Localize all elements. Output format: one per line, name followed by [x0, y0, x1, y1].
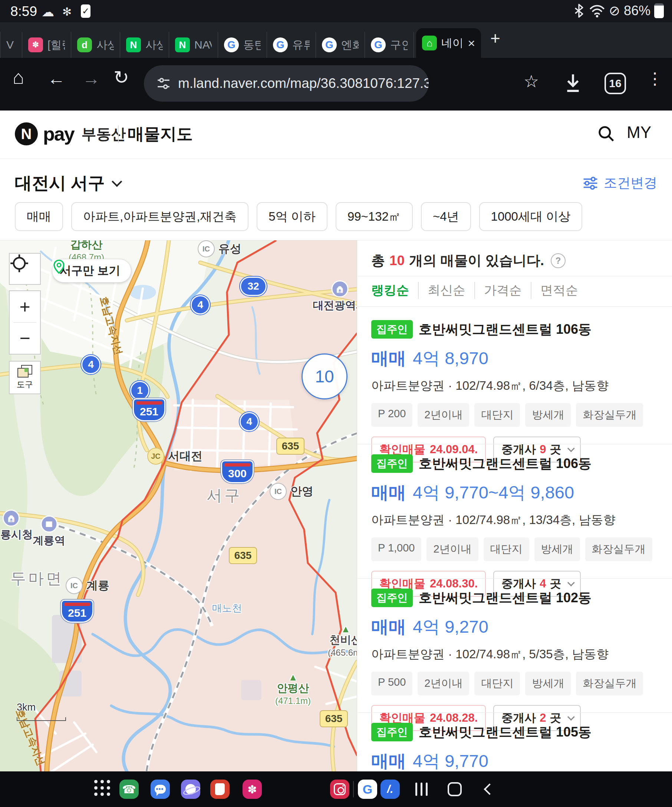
place-label: ▲안평산(471.1m): [275, 674, 311, 706]
address-bar[interactable]: m.land.naver.com/map/36.3081076:127.3824: [144, 65, 429, 101]
listing-price: 4억 9,770: [413, 749, 488, 771]
change-conditions-button[interactable]: 조건변경: [582, 174, 657, 192]
listing-card[interactable]: 집주인호반써밋그랜드센트럴 105동매매4억 9,770: [371, 723, 664, 771]
filter-chip[interactable]: 아파트,아파트분양권,재건축: [71, 202, 249, 231]
my-menu[interactable]: MY: [627, 123, 651, 142]
sort-tab[interactable]: 가격순: [475, 282, 531, 299]
pin-icon: [52, 259, 66, 274]
tab-label: 유튜브: [292, 37, 310, 53]
map-scale-label: 3km: [17, 702, 36, 713]
app-drawer[interactable]: [93, 780, 112, 799]
route-shield-4: 4: [81, 355, 101, 374]
route-shield-251: 251: [133, 398, 165, 421]
search-icon[interactable]: [596, 124, 616, 143]
listing-tag: 화장실두개: [576, 672, 643, 696]
current-location-button[interactable]: [9, 253, 41, 285]
sort-tab[interactable]: 랭킹순: [371, 282, 418, 299]
browser-menu-icon[interactable]: ⋮: [647, 69, 663, 88]
listing-card[interactable]: 집주인호반써밋그랜드센트럴 106동매매4억 9,770~4억 9,860아파트…: [371, 454, 664, 597]
browser-tab[interactable]: ✽[힐링: [22, 32, 71, 58]
browser-tab[interactable]: G엔화: [316, 32, 365, 58]
zoom-out-button[interactable]: −: [9, 323, 41, 354]
sort-tab[interactable]: 면적순: [531, 282, 587, 299]
npay-logo[interactable]: N pay 부동산: [15, 122, 126, 145]
area-name: 서구: [207, 485, 242, 506]
filter-chip-row: 매매아파트,아파트분양권,재건축5억 이하99~132㎡~4년1000세대 이상: [15, 202, 582, 231]
listing-info: 아파트분양권 · 102/74.98㎡, 5/35층, 남동향: [371, 646, 664, 663]
deal-type: 매매: [371, 615, 406, 639]
ads-app[interactable]: /.: [380, 780, 400, 799]
home-nav-button[interactable]: [443, 771, 466, 807]
filter-chip[interactable]: 매매: [15, 202, 63, 231]
interchange-badge: IC: [197, 240, 215, 257]
place-label: 매노천: [212, 601, 242, 615]
phone-app[interactable]: ☎: [119, 780, 139, 799]
tab-label: V: [6, 38, 14, 51]
summary-prefix: 총: [371, 251, 385, 270]
battery-icon: [654, 3, 664, 18]
district-only-toggle[interactable]: 서구만 보기: [52, 259, 131, 282]
browser-tab-strip: V✽[힐링d사생활N사생활NNAVERG동탄G유튜브G엔화G구인⌂네이버×: [0, 22, 672, 58]
region-selector[interactable]: 대전시 서구: [15, 172, 119, 195]
listing-divider: [357, 578, 672, 579]
route-shield-32: 32: [240, 277, 267, 296]
messages-app[interactable]: [151, 780, 170, 799]
back-nav-button[interactable]: [478, 771, 501, 807]
weather-cloud-icon: ☁: [41, 5, 54, 19]
naver-favicon: N: [175, 37, 190, 52]
url-text[interactable]: m.land.naver.com/map/36.3081076:127.3824: [178, 76, 429, 91]
download-icon[interactable]: [563, 73, 583, 94]
place-label: 두마면: [10, 568, 64, 589]
reload-button[interactable]: ↻: [113, 67, 129, 88]
tab-switcher-button[interactable]: 16: [604, 73, 626, 94]
listing-divider: [357, 712, 672, 713]
recents-button[interactable]: [410, 771, 432, 807]
layers-icon: [17, 365, 32, 377]
tab-close-icon[interactable]: ×: [468, 36, 475, 50]
smartthings-icon: ✻: [62, 5, 71, 18]
listing-tag: 2년이내: [418, 403, 469, 427]
browser-tab[interactable]: N사생활: [120, 32, 169, 58]
map-tools-button[interactable]: 도구: [9, 361, 41, 394]
zoom-in-button[interactable]: +: [9, 291, 41, 322]
interruption-blocked-icon: ⊘: [609, 3, 620, 18]
site-settings-icon[interactable]: [156, 76, 171, 91]
section-label: 부동산: [81, 124, 126, 144]
browser-tab[interactable]: G유튜브: [267, 32, 316, 58]
map-canvas[interactable]: 144432251251300635635635IC유성JC서대전IC안영IC계…: [0, 240, 357, 771]
browser-tab[interactable]: G구인: [365, 32, 414, 58]
browser-tab[interactable]: ⌂네이버×: [416, 28, 481, 58]
sort-tab[interactable]: 최신순: [418, 282, 475, 299]
browser-tab[interactable]: d사생활: [71, 32, 120, 58]
internet-app[interactable]: [181, 780, 200, 799]
help-icon[interactable]: ?: [551, 253, 566, 268]
listing-cluster-marker[interactable]: 10: [302, 354, 347, 399]
filter-chip[interactable]: 99~132㎡: [336, 202, 413, 231]
listing-card[interactable]: 집주인호반써밋그랜드센트럴 102동매매4억 9,270아파트분양권 · 102…: [371, 589, 664, 731]
naver-favicon: N: [126, 37, 141, 52]
browser-tab[interactable]: G동탄: [218, 32, 267, 58]
google-app[interactable]: G: [358, 780, 377, 799]
building-icon: ⌂: [3, 510, 20, 526]
back-button[interactable]: ←: [48, 68, 65, 89]
filter-chip[interactable]: 1000세대 이상: [479, 202, 582, 231]
browser-tab[interactable]: V: [0, 32, 22, 58]
route-shield-635: 635: [320, 710, 348, 727]
gallery-app[interactable]: ✽: [242, 780, 262, 799]
sort-tabs: 랭킹순최신순가격순면적순: [371, 282, 587, 299]
deal-type: 매매: [371, 749, 406, 771]
filter-chip[interactable]: 5억 이하: [257, 202, 327, 231]
bookmark-star-icon[interactable]: ☆: [524, 71, 539, 91]
new-tab-button[interactable]: +: [490, 28, 500, 48]
owner-badge: 집주인: [371, 454, 413, 473]
interchange-name: 안영: [290, 483, 314, 499]
browser-tab[interactable]: NNAVER: [169, 32, 218, 58]
route-shield-300: 300: [221, 460, 254, 483]
notes-app[interactable]: [210, 780, 229, 799]
interchange-badge: JC: [147, 448, 164, 465]
camera-app[interactable]: [330, 780, 349, 799]
listing-card[interactable]: 집주인호반써밋그랜드센트럴 106동매매4억 8,970아파트분양권 · 102…: [371, 320, 664, 462]
filter-chip[interactable]: ~4년: [421, 202, 471, 231]
forward-button[interactable]: →: [82, 68, 100, 89]
home-button[interactable]: ⌂: [13, 66, 24, 88]
